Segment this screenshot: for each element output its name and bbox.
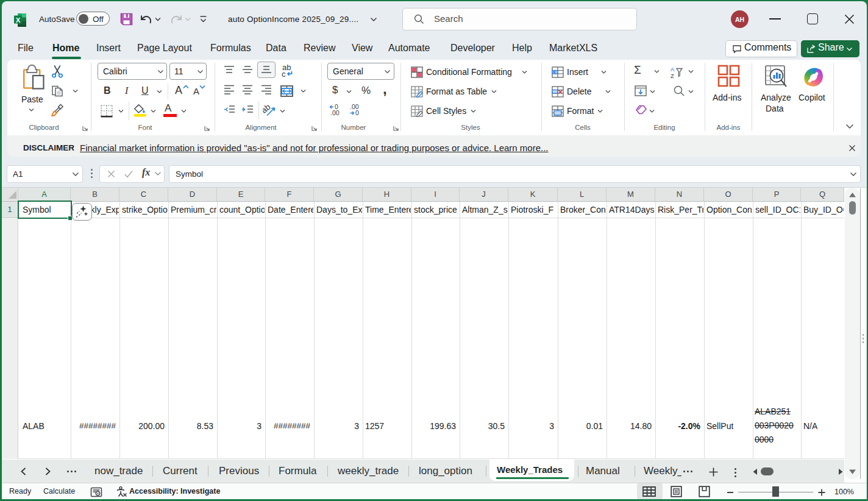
- svg-text:ab: ab: [263, 104, 272, 115]
- svg-text:A: A: [671, 66, 675, 73]
- svg-text:0: 0: [355, 109, 359, 116]
- svg-text:X: X: [16, 16, 21, 24]
- svg-text:Z: Z: [671, 73, 674, 79]
- svg-text:c: c: [282, 69, 286, 79]
- svg-text:0: 0: [335, 104, 338, 110]
